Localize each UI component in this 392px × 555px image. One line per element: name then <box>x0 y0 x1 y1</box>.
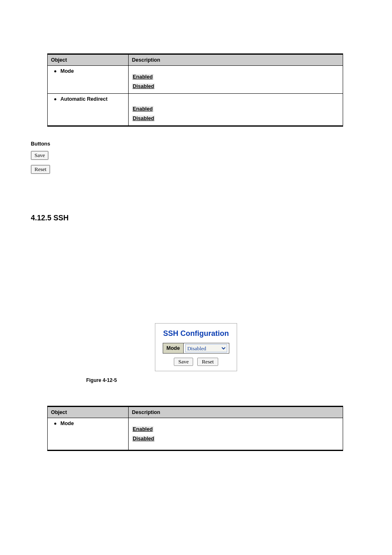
table2-header-description: Description <box>129 407 343 418</box>
buttons-heading: Buttons <box>31 141 361 147</box>
figure-caption: Figure 4-12-5 <box>0 377 267 383</box>
table1-row0-object: Mode <box>51 68 125 74</box>
table2-header-object: Object <box>48 407 129 418</box>
ssh-mode-select[interactable]: Disabled <box>185 344 227 352</box>
table2-row0-object-label: Mode <box>60 421 74 426</box>
option-disabled: Disabled <box>132 83 155 89</box>
ssh-mode-label: Mode <box>163 343 184 353</box>
reset-button[interactable]: Reset <box>31 165 50 174</box>
table-row: Mode Enabled Disabled <box>48 66 343 94</box>
option-enabled: Enabled <box>132 426 154 432</box>
ssh-reset-button[interactable]: Reset <box>197 358 218 366</box>
buttons-section: Buttons Save Reset <box>31 141 361 179</box>
section-heading-ssh: 4.12.5 SSH <box>31 214 361 222</box>
table-row: Mode Enabled Disabled <box>48 418 343 451</box>
bullet-icon <box>54 423 56 425</box>
table2-row0-object: Mode <box>51 421 125 426</box>
object-description-table-2: Object Description Mode Enabled Disabled <box>47 406 343 451</box>
table1-row1-object-label: Automatic Redirect <box>60 96 108 102</box>
bullet-icon <box>54 70 56 72</box>
ssh-configuration-panel: SSH Configuration Mode Disabled Save Res… <box>155 323 237 371</box>
ssh-panel-title: SSH Configuration <box>162 329 230 338</box>
table1-header-object: Object <box>48 54 129 66</box>
option-disabled: Disabled <box>132 436 155 442</box>
table1-row1-desc: Enabled Disabled <box>129 94 343 126</box>
ssh-mode-row: Mode Disabled <box>163 343 229 354</box>
option-disabled: Disabled <box>132 116 155 121</box>
save-button[interactable]: Save <box>31 151 48 160</box>
table1-row0-desc: Enabled Disabled <box>129 66 343 94</box>
table1-row0-object-label: Mode <box>60 68 74 74</box>
object-description-table-1: Object Description Mode Enabled Disabled <box>47 53 343 127</box>
option-enabled: Enabled <box>132 74 154 80</box>
table-row: Automatic Redirect Enabled Disabled <box>48 94 343 126</box>
bullet-icon <box>54 98 56 100</box>
table1-row1-object: Automatic Redirect <box>51 96 125 102</box>
option-enabled: Enabled <box>132 106 154 112</box>
ssh-save-button[interactable]: Save <box>174 358 193 366</box>
table2-row0-desc: Enabled Disabled <box>129 418 343 451</box>
table1-header-description: Description <box>129 54 343 66</box>
